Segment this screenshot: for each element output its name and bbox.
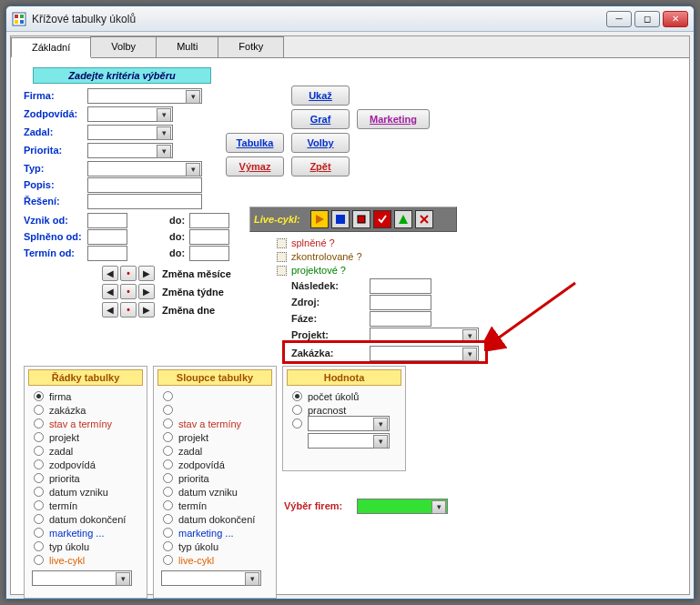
input-zadal[interactable]: [87, 125, 173, 140]
day-reset[interactable]: •: [120, 302, 137, 318]
radio-item[interactable]: [154, 389, 276, 403]
check-projektove[interactable]: [277, 266, 287, 276]
rows-extra-combo[interactable]: [32, 570, 132, 586]
input-priorita[interactable]: [87, 143, 173, 158]
lc-stop-icon[interactable]: [352, 210, 370, 228]
day-prev[interactable]: ◀: [102, 302, 118, 318]
radio-item[interactable]: zadal: [154, 444, 276, 458]
label-splnene: splněné ?: [291, 237, 335, 248]
value-radio-pocet[interactable]: počet úkolů: [283, 389, 405, 403]
value-radio-combo1[interactable]: [283, 417, 405, 430]
client-area: Základní Volby Multi Fotky Zadejte krité…: [10, 35, 690, 595]
input-zodpovida[interactable]: [87, 106, 173, 122]
input-nasledek[interactable]: [370, 278, 431, 294]
tab-multi[interactable]: Multi: [156, 36, 218, 57]
tabulka-button[interactable]: Tabulka: [226, 133, 284, 153]
input-popis[interactable]: [87, 177, 202, 193]
input-zakazka[interactable]: [370, 346, 479, 361]
radio-item[interactable]: datum dokončení: [154, 512, 276, 526]
vymaz-button[interactable]: Výmaz: [226, 156, 284, 176]
input-termin-od[interactable]: [87, 246, 127, 261]
rows-panel-title: Řádky tabulky: [28, 369, 143, 386]
radio-item[interactable]: priorita: [154, 471, 276, 485]
month-reset[interactable]: •: [120, 266, 137, 281]
radio-item[interactable]: projekt: [154, 430, 276, 444]
radio-item[interactable]: datum vzniku: [25, 485, 147, 499]
radio-item[interactable]: zodpovídá: [154, 458, 276, 471]
input-splneno-do[interactable]: [189, 229, 229, 245]
input-typ[interactable]: [87, 161, 202, 176]
label-projektove: projektové ?: [291, 265, 346, 276]
input-vyber-firem[interactable]: [357, 499, 448, 514]
radio-item[interactable]: stav a termíny: [25, 417, 147, 430]
graf-button[interactable]: Graf: [291, 109, 350, 129]
month-next[interactable]: ▶: [138, 266, 155, 281]
value-combo2[interactable]: [308, 433, 390, 449]
svg-rect-7: [358, 216, 365, 223]
label-zmena-mesice: Změna měsíce: [162, 268, 231, 279]
tab-fotky[interactable]: Fotky: [218, 36, 284, 57]
input-faze[interactable]: [370, 311, 431, 327]
check-zkontrolovane[interactable]: [277, 252, 287, 262]
volby-button[interactable]: Volby: [291, 133, 350, 153]
lc-triangle-icon[interactable]: [394, 210, 412, 228]
radio-item[interactable]: datum vzniku: [154, 485, 276, 499]
radio-item[interactable]: live-cykl: [25, 553, 147, 567]
svg-rect-6: [336, 215, 345, 224]
input-vznik-do[interactable]: [189, 213, 229, 228]
radio-item[interactable]: datum dokončení: [25, 512, 147, 526]
day-next[interactable]: ▶: [138, 302, 155, 318]
value-radio-pracnost[interactable]: pracnost: [283, 403, 405, 417]
radio-item[interactable]: zadal: [25, 444, 147, 458]
input-zdroj[interactable]: [370, 295, 431, 310]
radio-item[interactable]: zakázka: [25, 403, 147, 417]
week-prev[interactable]: ◀: [102, 284, 118, 299]
lc-check-icon[interactable]: [373, 210, 391, 228]
input-reseni[interactable]: [87, 194, 202, 209]
value-radio-combo2[interactable]: [283, 434, 405, 448]
radio-item[interactable]: projekt: [25, 430, 147, 444]
radio-item[interactable]: firma: [25, 389, 147, 403]
input-firma[interactable]: [87, 88, 202, 104]
marketing-button[interactable]: Marketing: [357, 109, 430, 129]
check-splnene[interactable]: [277, 238, 287, 248]
label-zakazka: Zakázka:: [291, 348, 333, 358]
radio-item[interactable]: marketing ...: [25, 526, 147, 539]
close-button[interactable]: ✕: [663, 11, 688, 27]
label-termin-do: do:: [169, 247, 185, 258]
lc-play-icon[interactable]: [310, 210, 329, 228]
input-termin-do[interactable]: [189, 246, 229, 261]
criteria-header: Zadejte kritéria výběru: [33, 67, 211, 84]
svg-rect-2: [20, 15, 24, 18]
input-projekt[interactable]: [370, 328, 479, 343]
value-panel-title: Hodnota: [287, 369, 401, 386]
radio-item[interactable]: [154, 403, 276, 417]
label-projekt: Projekt:: [291, 329, 329, 340]
tab-zakladni[interactable]: Základní: [11, 37, 91, 58]
radio-item[interactable]: stav a termíny: [154, 417, 276, 430]
maximize-button[interactable]: ◻: [634, 11, 660, 27]
radio-item[interactable]: priorita: [25, 471, 147, 485]
radio-item[interactable]: termín: [154, 499, 276, 512]
input-vznik-od[interactable]: [87, 213, 127, 228]
radio-item[interactable]: typ úkolu: [25, 539, 147, 553]
week-reset[interactable]: •: [120, 284, 137, 299]
label-faze: Fáze:: [291, 313, 317, 324]
minimize-button[interactable]: ─: [606, 11, 632, 27]
radio-item[interactable]: typ úkolu: [154, 539, 276, 553]
radio-item[interactable]: termín: [25, 499, 147, 512]
ukaz-button[interactable]: Ukaž: [291, 86, 350, 106]
cols-extra-combo[interactable]: [161, 570, 261, 586]
input-splneno-od[interactable]: [87, 229, 127, 245]
tab-volby[interactable]: Volby: [90, 36, 157, 57]
lc-x-icon[interactable]: [415, 210, 433, 228]
radio-item[interactable]: live-cykl: [154, 553, 276, 567]
lc-square-blue-icon[interactable]: [331, 210, 350, 228]
label-popis: Popis:: [24, 179, 55, 190]
zpet-button[interactable]: Zpět: [291, 156, 350, 176]
radio-item[interactable]: marketing ...: [154, 526, 276, 539]
month-prev[interactable]: ◀: [102, 266, 118, 281]
week-next[interactable]: ▶: [138, 284, 155, 299]
radio-item[interactable]: zodpovídá: [25, 458, 147, 471]
value-combo1[interactable]: [308, 416, 390, 431]
